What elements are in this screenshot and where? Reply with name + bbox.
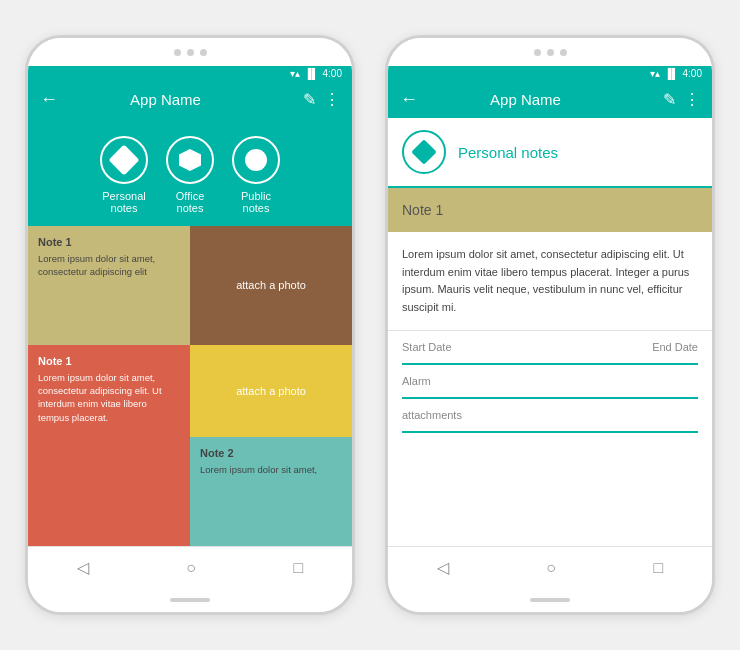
detail-note-title-bar: Note 1 (388, 188, 712, 232)
back-button[interactable]: ← (40, 89, 58, 110)
date-field-row[interactable]: Start Date End Date (402, 331, 698, 365)
phone-top-bar-2 (388, 38, 712, 66)
app-title-2: App Name (428, 91, 623, 108)
note-title-red: Note 1 (38, 355, 180, 367)
alarm-label: Alarm (402, 375, 698, 387)
home-nav-icon[interactable]: ○ (186, 559, 196, 577)
more-icon[interactable]: ⋮ (324, 90, 340, 109)
note-title-teal: Note 2 (200, 447, 342, 459)
phone-bottom-bar-1 (28, 588, 352, 612)
back-nav-icon[interactable]: ◁ (77, 558, 89, 577)
phone-bottom-bar-2 (388, 588, 712, 612)
category-office[interactable]: Officenotes (166, 136, 214, 214)
phone-top-bar-1 (28, 38, 352, 66)
office-icon-circle (166, 136, 214, 184)
note-card-red[interactable]: Note 1 Lorem ipsum dolor sit amet, conse… (28, 345, 190, 546)
detail-note-title: Note 1 (402, 202, 443, 218)
speaker-dot-2a (534, 49, 541, 56)
circle-icon (245, 149, 267, 171)
wifi-icon: ▾▴ (290, 68, 300, 79)
note-body-text: Lorem ipsum dolor sit amet, consectetur … (402, 248, 689, 313)
note-body-teal: Lorem ipsum dolor sit amet, (200, 463, 342, 476)
speaker-dot-2b (547, 49, 554, 56)
detail-note-body: Lorem ipsum dolor sit amet, consectetur … (388, 232, 712, 331)
speaker-dot-2c (560, 49, 567, 56)
phone-2: ▾▴ ▐▌ 4:00 ← App Name ✎ ⋮ Personal notes… (385, 35, 715, 615)
diamond-icon (108, 144, 139, 175)
detail-diamond-shape (411, 139, 436, 164)
home-indicator-1 (170, 598, 210, 602)
note-body-1: Lorem ipsum dolor sit amet, consectetur … (38, 252, 180, 279)
app-bar-actions-2: ✎ ⋮ (663, 90, 700, 109)
category-label-personal: Personalnotes (102, 190, 145, 214)
alarm-field-row[interactable]: Alarm (402, 365, 698, 399)
more-icon-2[interactable]: ⋮ (684, 90, 700, 109)
recents-nav-icon-2[interactable]: □ (654, 559, 664, 577)
category-personal[interactable]: Personalnotes (100, 136, 148, 214)
end-date-label: End Date (652, 341, 698, 353)
home-indicator-2 (530, 598, 570, 602)
note-card-olive[interactable]: Note 1 Lorem ipsum dolor sit amet, conse… (28, 226, 190, 345)
attach-label-1: attach a photo (236, 279, 306, 291)
category-label-public: Publicnotes (241, 190, 271, 214)
detail-fields: Start Date End Date Alarm attachments (388, 331, 712, 433)
start-date-label: Start Date (402, 341, 452, 353)
screen-content-1: Personalnotes Officenotes Publicnotes No… (28, 118, 352, 546)
app-bar-2: ← App Name ✎ ⋮ (388, 81, 712, 118)
personal-icon-circle (100, 136, 148, 184)
detail-category-icon (402, 130, 446, 174)
note-card-teal[interactable]: Note 2 Lorem ipsum dolor sit amet, (190, 437, 352, 546)
phone-1: ▾▴ ▐▌ 4:00 ← App Name ✎ ⋮ Personalnotes (25, 35, 355, 615)
speaker-dot (174, 49, 181, 56)
category-public[interactable]: Publicnotes (232, 136, 280, 214)
status-bar-1: ▾▴ ▐▌ 4:00 (28, 66, 352, 81)
bottom-nav-2: ◁ ○ □ (388, 546, 712, 588)
app-bar-1: ← App Name ✎ ⋮ (28, 81, 352, 118)
signal-icon-2: ▐▌ (664, 68, 678, 79)
edit-icon-2[interactable]: ✎ (663, 90, 676, 109)
attachments-label: attachments (402, 409, 698, 421)
status-bar-2: ▾▴ ▐▌ 4:00 (388, 66, 712, 81)
edit-icon[interactable]: ✎ (303, 90, 316, 109)
recents-nav-icon[interactable]: □ (294, 559, 304, 577)
public-icon-circle (232, 136, 280, 184)
categories-row: Personalnotes Officenotes Publicnotes (28, 118, 352, 226)
detail-content: Personal notes Note 1 Lorem ipsum dolor … (388, 118, 712, 546)
wifi-icon-2: ▾▴ (650, 68, 660, 79)
speaker-dot (187, 49, 194, 56)
back-button-2[interactable]: ← (400, 89, 418, 110)
time-display: 4:00 (323, 68, 342, 79)
bottom-nav-1: ◁ ○ □ (28, 546, 352, 588)
home-nav-icon-2[interactable]: ○ (546, 559, 556, 577)
back-nav-icon-2[interactable]: ◁ (437, 558, 449, 577)
note-title-1: Note 1 (38, 236, 180, 248)
note-attach-2[interactable]: attach a photo (190, 345, 352, 437)
hexagon-icon (179, 149, 201, 171)
app-title-1: App Name (68, 91, 263, 108)
category-label-office: Officenotes (176, 190, 205, 214)
attachments-field-row[interactable]: attachments (402, 399, 698, 433)
note-attach-1[interactable]: attach a photo (190, 226, 352, 345)
detail-header: Personal notes (388, 118, 712, 188)
signal-icon: ▐▌ (304, 68, 318, 79)
speaker-dot (200, 49, 207, 56)
app-bar-actions: ✎ ⋮ (303, 90, 340, 109)
detail-category-title: Personal notes (458, 144, 558, 161)
time-display-2: 4:00 (683, 68, 702, 79)
note-body-red: Lorem ipsum dolor sit amet, consectetur … (38, 371, 180, 424)
notes-grid: Note 1 Lorem ipsum dolor sit amet, conse… (28, 226, 352, 546)
attach-label-2: attach a photo (236, 385, 306, 397)
